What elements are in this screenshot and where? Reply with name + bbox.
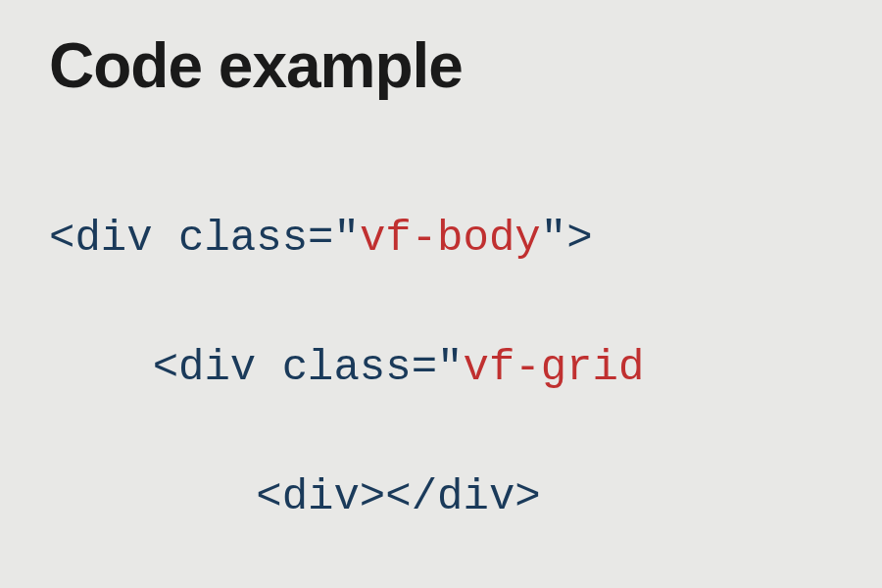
indent: [49, 343, 153, 392]
attr-value: vf-grid: [464, 343, 645, 392]
attr-value: vf-body: [360, 214, 541, 263]
tag-close: >: [566, 214, 592, 263]
attr-name: class=: [282, 343, 437, 392]
section-heading: Code example: [49, 29, 833, 102]
code-block: <div class="vf-body"> <div class="vf-gri…: [49, 141, 833, 588]
tag-open: <div: [153, 343, 282, 392]
indent: [49, 472, 256, 521]
tag-open: <div>: [256, 472, 385, 521]
quote: ": [437, 343, 463, 392]
attr-name: class=: [178, 214, 333, 263]
code-line-1: <div class="vf-body">: [49, 206, 833, 270]
tag-open: <div: [49, 214, 178, 263]
code-line-3: <div></div>: [49, 465, 833, 529]
quote: ": [333, 214, 359, 263]
tag-close: </div>: [385, 472, 540, 521]
code-line-2: <div class="vf-grid: [49, 335, 833, 400]
quote: ": [541, 214, 566, 263]
